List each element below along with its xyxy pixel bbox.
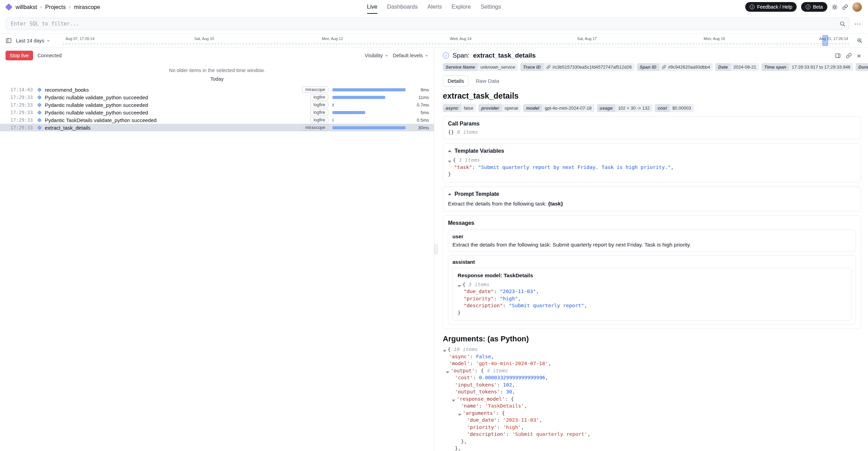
template-variables-title: Template Variables bbox=[455, 148, 504, 154]
tag-badge: mirascope bbox=[302, 124, 328, 131]
sidebar-toggle-icon[interactable] bbox=[6, 38, 12, 44]
feedback-help-button[interactable]: i Feedback / Help bbox=[745, 2, 797, 12]
breadcrumb-mirascope[interactable]: mirascope bbox=[74, 4, 100, 10]
more-options-icon[interactable]: ⋯ bbox=[853, 20, 862, 27]
meta-value: 2024-08-21 bbox=[731, 63, 759, 71]
log-duration: 0.5ms bbox=[410, 118, 429, 123]
breadcrumb-separator: › bbox=[69, 3, 71, 10]
share-link-icon[interactable] bbox=[842, 4, 848, 10]
timeline-tick-label: Mon, Aug 12 bbox=[322, 37, 343, 41]
log-time: 17:29:33 bbox=[10, 94, 37, 100]
time-range-selector[interactable]: Last 14 days bbox=[16, 38, 50, 43]
log-row[interactable]: 17:14:43recommend_booksmirascope9ms bbox=[0, 86, 434, 93]
filter-bar: ⋯ bbox=[0, 14, 868, 34]
messages-title: Messages bbox=[448, 220, 856, 226]
levels-label: Default levels bbox=[393, 53, 423, 58]
tab-details[interactable]: Details bbox=[443, 76, 469, 87]
timeline-tick-label: Wed, Aug 14 bbox=[450, 37, 471, 41]
badge-label: model bbox=[523, 104, 542, 112]
log-time: 17:29:33 bbox=[10, 110, 37, 115]
nav-settings[interactable]: Settings bbox=[480, 0, 501, 14]
visibility-label: Visibility bbox=[365, 53, 383, 58]
meta-date: Date2024-08-21 bbox=[715, 63, 759, 71]
duration-bar bbox=[332, 96, 385, 99]
duration-bar-track bbox=[332, 103, 406, 107]
template-variables-header[interactable]: Template Variables bbox=[448, 148, 856, 154]
log-label: extract_task_details bbox=[45, 125, 302, 131]
tag-badge: logfire bbox=[310, 109, 328, 116]
beta-icon: i bbox=[806, 4, 810, 9]
close-icon[interactable]: × bbox=[857, 52, 861, 59]
levels-dropdown[interactable]: Default levels bbox=[393, 53, 428, 58]
meta-value: #c3b5157330ea5c1fd4572747af512d26 bbox=[543, 63, 635, 71]
log-row[interactable]: 17:29:33extract_task_detailsmirascope30m… bbox=[0, 124, 434, 131]
meta-label: Time span bbox=[761, 63, 789, 71]
log-label: Pydantic nullable validate_python succee… bbox=[45, 110, 310, 116]
breadcrumb-projects[interactable]: Projects bbox=[45, 4, 66, 10]
badge-label: cost bbox=[655, 104, 670, 112]
duration-bar bbox=[332, 126, 406, 129]
badge-async: asyncfalse bbox=[443, 104, 476, 112]
nav-live[interactable]: Live bbox=[367, 0, 377, 14]
divider-handle[interactable] bbox=[434, 244, 437, 254]
duration-bar bbox=[332, 119, 333, 122]
permalink-icon[interactable] bbox=[846, 53, 852, 59]
span-name: extract_task_details bbox=[473, 52, 536, 59]
time-range-label: Last 14 days bbox=[16, 38, 44, 43]
sql-filter-input[interactable] bbox=[6, 18, 849, 30]
tab-raw-data[interactable]: Raw Data bbox=[473, 76, 501, 86]
log-row[interactable]: 17:29:33Pydantic TaskDetails validate_py… bbox=[0, 116, 434, 124]
avatar[interactable] bbox=[852, 2, 862, 12]
visibility-dropdown[interactable]: Visibility bbox=[365, 53, 388, 58]
log-time: 17:14:43 bbox=[10, 87, 37, 92]
duration-bar bbox=[332, 111, 365, 114]
prompt-template-static: Extract the details from the following t… bbox=[448, 201, 548, 207]
nav-alerts[interactable]: Alerts bbox=[427, 0, 442, 14]
timeline-bar: Last 14 days Aug 07, 17:26:14Sat, Aug 10… bbox=[0, 34, 868, 48]
prompt-template-header[interactable]: Prompt Template bbox=[448, 191, 856, 197]
log-time: 17:29:33 bbox=[10, 125, 37, 130]
meta-value: #9c942620aa93dbb4 bbox=[659, 63, 713, 71]
log-row[interactable]: 17:29:33Pydantic nullable validate_pytho… bbox=[0, 101, 434, 109]
nav-dashboards[interactable]: Dashboards bbox=[387, 0, 418, 14]
chevron-down-icon bbox=[425, 54, 428, 57]
stop-live-button[interactable]: Stop live bbox=[6, 51, 33, 60]
panel-divider[interactable] bbox=[434, 48, 437, 451]
breadcrumb-willbakst[interactable]: willbakst bbox=[16, 4, 37, 10]
call-params-card: Call Params {} 0 items bbox=[443, 116, 861, 139]
logo-icon[interactable] bbox=[5, 3, 12, 10]
info-icon: i bbox=[443, 52, 449, 59]
arguments-title: Arguments: (as Python) bbox=[443, 334, 861, 343]
meta-trace-id[interactable]: Trace ID#c3b5157330ea5c1fd4572747af512d2… bbox=[520, 63, 635, 71]
span-header: i Span: extract_task_details × bbox=[443, 52, 861, 59]
chevron-down-icon bbox=[385, 54, 388, 57]
badge-label: async bbox=[443, 104, 461, 112]
log-row[interactable]: 17:29:33Pydantic nullable validate_pytho… bbox=[0, 109, 434, 116]
span-header-actions: × bbox=[835, 52, 861, 59]
zoom-icon[interactable] bbox=[857, 38, 862, 43]
prompt-template-card: Prompt Template Extract the details from… bbox=[443, 187, 861, 211]
badge-usage: usage102 + 30 -> 132 bbox=[597, 104, 652, 112]
log-time: 17:29:33 bbox=[10, 102, 37, 108]
help-icon: i bbox=[750, 4, 755, 9]
span-kind-label: Span: bbox=[452, 52, 470, 59]
call-params-empty: {} bbox=[448, 129, 454, 135]
log-row[interactable]: 17:29:33Pydantic nullable validate_pytho… bbox=[0, 93, 434, 101]
log-time: 17:29:33 bbox=[10, 117, 37, 123]
template-variables-card: Template Variables { 1 items "task": "Su… bbox=[443, 143, 861, 182]
timeline-ruler[interactable]: Aug 07, 17:26:14Sat, Aug 10Mon, Aug 12We… bbox=[63, 34, 849, 47]
timeline-tick-label: Mon, Aug 19 bbox=[704, 37, 725, 41]
tag-badge: logfire bbox=[310, 102, 328, 108]
dock-panel-icon[interactable] bbox=[835, 53, 841, 59]
user-message: user Extract the details from the follow… bbox=[448, 230, 856, 252]
call-params-content: {} 0 items bbox=[448, 129, 856, 135]
nav-explore[interactable]: Explore bbox=[451, 0, 471, 14]
badge-cost: cost$0.00003 bbox=[655, 104, 694, 112]
breadcrumb: willbakst›Projects›mirascope bbox=[16, 3, 100, 10]
user-role: user bbox=[452, 233, 851, 239]
search-icon[interactable] bbox=[839, 21, 845, 27]
span-diamond-icon bbox=[37, 88, 42, 92]
theme-toggle-icon[interactable] bbox=[832, 4, 838, 10]
beta-button[interactable]: i Beta bbox=[801, 2, 827, 12]
meta-span-id[interactable]: Span ID#9c942620aa93dbb4 bbox=[637, 63, 713, 71]
